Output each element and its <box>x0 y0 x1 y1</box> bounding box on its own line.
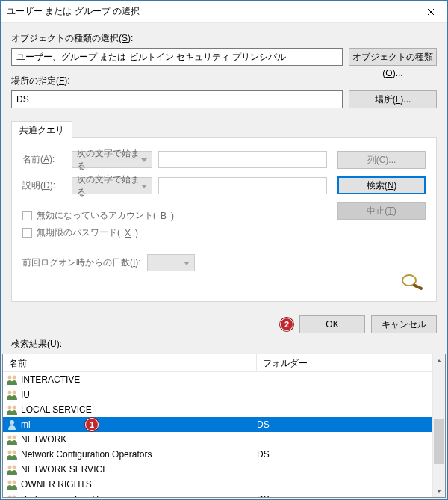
close-icon <box>427 8 435 16</box>
item-name: mi <box>21 419 257 430</box>
item-folder: DS <box>257 494 432 497</box>
svg-point-17 <box>8 496 12 498</box>
columns-button: 列(C)... <box>337 151 426 169</box>
svg-point-5 <box>13 391 16 395</box>
name-label: 名前(A): <box>22 153 66 166</box>
svg-point-7 <box>13 406 16 410</box>
column-name[interactable]: 名前 <box>3 354 257 371</box>
scroll-track[interactable] <box>433 367 445 484</box>
user-icon <box>6 419 18 430</box>
object-type-field[interactable]: ユーザー、グループ または ビルトイン セキュリティ プリンシパル <box>11 48 343 66</box>
list-item[interactable]: NETWORK <box>3 432 432 447</box>
item-name: LOCAL SERVICE <box>21 404 257 415</box>
close-button[interactable] <box>414 1 447 23</box>
stop-button: 中止(T) <box>337 202 426 220</box>
scroll-thumb[interactable] <box>434 419 444 464</box>
list-item[interactable]: IU <box>3 387 432 402</box>
svg-point-18 <box>13 496 16 498</box>
non-expiring-check: 無期限のパスワード(X) <box>22 226 327 239</box>
group-icon <box>6 448 18 460</box>
cancel-button[interactable]: キャンセル <box>371 315 437 333</box>
item-name: IU <box>21 389 257 400</box>
dialog-body: オブジェクトの種類の選択(S): ユーザー、グループ または ビルトイン セキュ… <box>1 23 447 308</box>
svg-point-12 <box>13 451 16 454</box>
name-input <box>158 151 327 168</box>
scrollbar[interactable] <box>432 354 445 497</box>
query-tabhost: 共通クエリ 名前(A): 次の文字で始まる 説明(D): <box>11 137 437 302</box>
query-form: 名前(A): 次の文字で始まる 説明(D): 次の文字で始まる <box>22 151 327 291</box>
svg-point-13 <box>8 466 12 469</box>
annotation-marker-2: 2 <box>280 318 293 331</box>
scroll-up[interactable] <box>433 354 445 367</box>
list-item[interactable]: Network Configuration OperatorsDS <box>3 447 432 462</box>
svg-point-10 <box>13 436 16 439</box>
item-folder: DS <box>257 449 432 460</box>
list-item[interactable]: miDS1 <box>3 417 432 432</box>
object-type-label: オブジェクトの種類の選択(S): <box>11 32 437 45</box>
group-icon <box>6 374 18 386</box>
svg-point-3 <box>13 376 16 380</box>
svg-point-16 <box>13 481 16 484</box>
item-name: INTERACTIVE <box>21 374 257 385</box>
locations-button[interactable]: 場所(L)... <box>349 90 437 108</box>
name-match-select: 次の文字で始まる <box>72 151 152 168</box>
svg-point-15 <box>8 481 12 484</box>
disabled-accounts-check: 無効になっているアカウント(B) <box>22 209 327 222</box>
list-item[interactable]: INTERACTIVE <box>3 372 432 387</box>
annotation-marker-1: 1 <box>85 418 99 431</box>
last-logon-select <box>147 254 195 271</box>
description-match-select: 次の文字で始まる <box>72 177 152 194</box>
group-icon <box>6 389 18 401</box>
tab-common-queries[interactable]: 共通クエリ <box>11 121 72 139</box>
svg-point-2 <box>8 376 12 380</box>
group-icon <box>6 493 18 497</box>
results-list[interactable]: 名前 フォルダー INTERACTIVE IU LOCAL SERVICE mi… <box>2 354 446 498</box>
group-icon <box>6 478 18 490</box>
svg-point-14 <box>13 466 16 469</box>
svg-point-9 <box>8 436 12 439</box>
scroll-down[interactable] <box>433 484 445 497</box>
side-buttons: 列(C)... 検索(N) 中止(T) <box>337 151 426 291</box>
magnifier-icon <box>396 273 426 291</box>
ok-button[interactable]: OK <box>299 315 365 333</box>
object-types-button[interactable]: オブジェクトの種類(O)... <box>349 48 437 66</box>
location-field[interactable]: DS <box>11 90 343 108</box>
results-label: 検索結果(U): <box>1 338 447 354</box>
list-header: 名前 フォルダー <box>3 354 432 372</box>
checkbox-icon <box>22 211 32 220</box>
list-item[interactable]: Performance Log UsersDS <box>3 492 432 497</box>
svg-point-6 <box>8 406 12 410</box>
location-label: 場所の指定(F): <box>11 75 437 87</box>
dialog-buttons: 2 OK キャンセル <box>1 308 447 338</box>
list-rows: INTERACTIVE IU LOCAL SERVICE miDS1 NETWO… <box>3 372 432 497</box>
svg-point-8 <box>10 420 14 425</box>
last-logon-label: 前回ログオン時からの日数(I): <box>22 256 141 269</box>
item-name: OWNER RIGHTS <box>21 479 257 490</box>
group-icon <box>6 404 18 416</box>
group-icon <box>6 433 18 445</box>
list-item[interactable]: OWNER RIGHTS <box>3 477 432 492</box>
titlebar: ユーザー または グループ の選択 <box>1 1 447 23</box>
svg-point-11 <box>8 451 12 454</box>
description-label: 説明(D): <box>22 179 66 192</box>
dialog-window: ユーザー または グループ の選択 オブジェクトの種類の選択(S): ユーザー、… <box>0 0 448 500</box>
item-name: NETWORK SERVICE <box>21 464 257 475</box>
search-button[interactable]: 検索(N) <box>337 176 426 194</box>
group-icon <box>6 463 18 475</box>
svg-rect-1 <box>412 283 423 291</box>
item-name: Network Configuration Operators <box>21 449 257 460</box>
window-title: ユーザー または グループ の選択 <box>1 5 140 18</box>
svg-point-4 <box>8 391 12 395</box>
column-folder[interactable]: フォルダー <box>257 354 432 371</box>
list-item[interactable]: LOCAL SERVICE <box>3 402 432 417</box>
description-input <box>158 177 327 194</box>
item-name: NETWORK <box>21 434 257 445</box>
list-item[interactable]: NETWORK SERVICE <box>3 462 432 477</box>
item-folder: DS <box>257 419 432 430</box>
checkbox-icon <box>22 228 32 238</box>
item-name: Performance Log Users <box>21 494 257 497</box>
